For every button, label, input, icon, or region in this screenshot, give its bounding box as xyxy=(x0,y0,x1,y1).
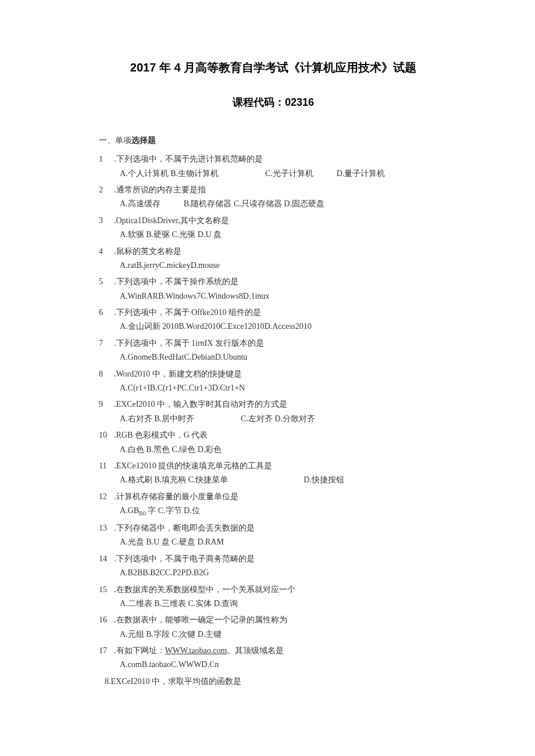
option: A.C(r1+I xyxy=(120,384,150,392)
option: B.黑色 xyxy=(146,445,172,454)
question-line: 16.在数据表中，能够唯一确定一个记录的属性称为 xyxy=(99,614,448,626)
questions-container: 1.下列选项中，不属于先进计算机范畴的是A.个人计算机 B.生物计算机C.光子计… xyxy=(99,153,448,672)
question-item: 15.在数据库的关系数据模型中，一个关系就对应一个A.二维表 B.三维表 C.实… xyxy=(99,583,448,611)
option: A.右对齐 xyxy=(120,414,154,423)
question-line: 9.EXCeI2010 中，输入数字时其自动对齐的方式是 xyxy=(99,398,448,411)
question-text: .Optica1DiskDriver,其中文名称是 xyxy=(114,214,448,227)
option: D.U 盘 xyxy=(198,230,222,239)
question-item: 3.Optica1DiskDriver,其中文名称是A.软驱 B.硬驱 C.光驱… xyxy=(99,214,448,242)
question-line: 6.下列选项中，不属于 Offke2010 组件的是 xyxy=(99,306,448,319)
option: B.B2C xyxy=(142,568,165,577)
option: A.软驱 xyxy=(120,230,146,239)
option: C.光驱 xyxy=(172,230,197,239)
option: C.Exce12010 xyxy=(220,322,265,331)
option: D.快捷按钮 xyxy=(304,475,344,484)
option: A.B2B xyxy=(120,568,142,577)
option: B.taobao xyxy=(142,660,171,669)
question-number: 15 xyxy=(99,583,114,596)
question-item: 11.EXCe12010 提供的快速填充单元格的工具是A.格式刷 B.填充柄 C… xyxy=(99,460,448,487)
option: A.个人计算机 xyxy=(120,169,170,178)
options-line: A.GnomeB.RedHatC.DebianD.Ubuntu xyxy=(99,351,448,364)
option: B.硬驱 xyxy=(146,230,172,239)
question-number: 12 xyxy=(99,490,114,503)
option: C.次键 xyxy=(172,630,197,639)
option: B.生物计算机 xyxy=(170,169,219,178)
question-text: .通常所说的内存主要是指 xyxy=(114,184,448,196)
question-item: 13.下列存储器中，断电即会丢失数据的是A.光盘 B.U 盘 C.硬盘 D.RA… xyxy=(99,522,448,549)
option: D.B2G xyxy=(186,568,209,577)
option: A.白色 xyxy=(120,445,146,454)
options-line: A.B2BB.B2CC.P2PD.B2G xyxy=(99,567,448,579)
option: A.Gnome xyxy=(120,353,152,361)
options-line: A.格式刷 B.填充柄 C.快捷菜单D.快捷按钮 xyxy=(99,474,448,486)
option: A.格式刷 xyxy=(120,475,154,484)
option: C.mickey xyxy=(159,261,191,270)
option: D.查询 xyxy=(214,599,238,608)
question-text: .EXCeI2010 中，输入数字时其自动对齐的方式是 xyxy=(114,398,448,411)
question-text: .下列选项中，不属于电子商务范畴的是 xyxy=(114,553,448,565)
option: D.RAM xyxy=(197,538,224,546)
option: B.Word2010 xyxy=(179,322,220,331)
option: C.P2P xyxy=(165,568,186,577)
option: B.随机存储器 xyxy=(184,199,234,208)
question-line: 15.在数据库的关系数据模型中，一个关系就对应一个 xyxy=(99,583,448,596)
question-text: .在数据库的关系数据模型中，一个关系就对应一个 xyxy=(114,583,448,596)
question-line: 14.下列选项中，不属于电子商务范畴的是 xyxy=(99,553,448,565)
option: D.Cn xyxy=(201,660,219,669)
question-number: 1 xyxy=(99,153,114,166)
option: C.只读存储器 xyxy=(234,199,284,208)
question-number: 3 xyxy=(99,214,114,227)
option: A.金山词新 2010 xyxy=(120,322,179,331)
section-prefix: 一、单项 xyxy=(99,136,131,145)
question-item: 2.通常所说的内存主要是指A.高速缓存B.随机存储器 C.只读存储器 D.固态硬… xyxy=(99,184,448,211)
option: D.mouse xyxy=(191,261,220,270)
question-item: 8.EXCeI2010 中，求取平均值的函数是 xyxy=(99,675,448,688)
options-line: A.光盘 B.U 盘 C.硬盘 D.RAM xyxy=(99,536,448,549)
option: D.分散对齐 xyxy=(274,414,315,423)
option: D.Ctr1+N xyxy=(212,384,245,392)
question-text: .下列选项中，不属于 1irnIX 发行版本的是 xyxy=(114,337,448,350)
option: B.字段 xyxy=(146,630,172,639)
question-item: 6.下列选项中，不属于 Offke2010 组件的是A.金山词新 2010B.W… xyxy=(99,306,448,334)
option: A.元组 xyxy=(120,630,146,639)
question-number: 9 xyxy=(99,398,114,411)
option: D.彩色 xyxy=(198,445,222,454)
option: C.实体 xyxy=(188,599,213,608)
question-line: 10.RGB 色彩模式中，G 代表 xyxy=(99,429,448,442)
question-number: 11 xyxy=(99,460,114,472)
question-line: 13.下列存储器中，断电即会丢失数据的是 xyxy=(99,522,448,535)
options-line: A.右对齐 B.居中时齐C.左对齐 D.分散对齐 xyxy=(99,413,448,425)
option: A.二维表 xyxy=(120,599,154,608)
question-line: 3.Optica1DiskDriver,其中文名称是 xyxy=(99,214,448,227)
question-item: 1.下列选项中，不属于先进计算机范畴的是A.个人计算机 B.生物计算机C.光子计… xyxy=(99,153,448,180)
option: C.Debian xyxy=(184,353,215,361)
options-line: A.二维表 B.三维表 C.实体 D.查询 xyxy=(99,597,448,610)
options-line: A.个人计算机 B.生物计算机C.光子计算机D.量子计算机 xyxy=(99,167,448,180)
option: C.左对齐 xyxy=(241,414,274,423)
question-text: .下列选项中，不属于操作系统的是 xyxy=(114,275,448,288)
course-code: 课程代码：02316 xyxy=(99,94,448,111)
exam-title: 2017 年 4 月高等教育自学考试《计算机应用技术》试题 xyxy=(99,58,448,77)
options-line: A.金山词新 2010B.Word2010C.Exce12010D.Access… xyxy=(99,320,448,333)
option: C.WWW xyxy=(171,660,201,669)
question-text: .下列存储器中，断电即会丢失数据的是 xyxy=(114,522,448,535)
question-number: 8 xyxy=(99,368,114,381)
option: D.固态硬盘 xyxy=(284,199,324,208)
option: C.Ctr1+3 xyxy=(181,384,212,392)
question-number: 16 xyxy=(99,614,114,626)
question-line: 5.下列选项中，不属于操作系统的是 xyxy=(99,275,448,288)
option: B.居中时齐 xyxy=(154,414,194,423)
question-text: .在数据表中，能够唯一确定一个记录的属性称为 xyxy=(114,614,448,626)
options-line: A.C(r1+IB.C(r1+PC.Ctr1+3D.Ctr1+N xyxy=(99,382,448,395)
question-line: 2.通常所说的内存主要是指 xyxy=(99,184,448,196)
question-item: 10.RGB 色彩模式中，G 代表A.白色 B.黑色 C.绿色 D.彩色 xyxy=(99,429,448,456)
option: B.RedHat xyxy=(152,353,184,361)
question-number: 7 xyxy=(99,337,114,350)
question-text: .鼠标的英文名称是 xyxy=(114,245,448,258)
option: B.三维表 xyxy=(154,599,188,608)
question-line: 12.计算机存储容量的最小度量单位是 xyxy=(99,490,448,503)
option: B.Windows7 xyxy=(158,292,201,300)
question-item: 9.EXCeI2010 中，输入数字时其自动对齐的方式是A.右对齐 B.居中时齐… xyxy=(99,398,448,425)
option: C.绿色 xyxy=(172,445,197,454)
question-text: .Word2010 中，新建文档的快捷键是 xyxy=(114,368,448,381)
